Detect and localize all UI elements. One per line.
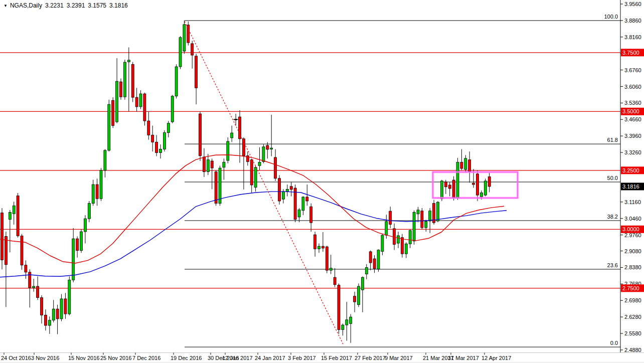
- candle-body-down: [211, 161, 213, 168]
- date-tick-label: 27 Feb 2017: [355, 355, 386, 361]
- quote-close: 3.1816: [109, 2, 128, 9]
- candle-body-down: [143, 94, 146, 121]
- price-tick-label: 2.9080: [624, 248, 641, 254]
- candle-body-up: [361, 277, 364, 290]
- price-tick-label: 3.6760: [624, 67, 641, 73]
- candle-body-down: [369, 252, 372, 263]
- candle-body-up: [350, 317, 352, 323]
- chart-window[interactable]: 0.023.638.250.061.8100.03.95603.88603.81…: [0, 0, 644, 364]
- candle-body-up: [68, 280, 71, 314]
- candle-body-down: [401, 238, 403, 254]
- candle-body-down: [151, 135, 154, 142]
- date-tick-label: 31 Mar 2017: [448, 355, 479, 361]
- candle-body-down: [203, 157, 205, 172]
- price-tick-label: 3.3260: [624, 149, 641, 155]
- price-tick-label: 3.6060: [624, 84, 641, 90]
- price-tick-label: 2.6280: [624, 314, 641, 320]
- candle-body-up: [405, 244, 407, 254]
- price-tick-label: 3.0460: [624, 216, 641, 222]
- candle-body-up: [60, 299, 63, 319]
- date-tick-label: 19 Dec 2016: [171, 355, 202, 361]
- price-tick-label: 3.3960: [624, 133, 641, 139]
- candle-body-up: [397, 236, 400, 243]
- candle-body-up: [48, 320, 51, 325]
- candle-body-up: [72, 239, 75, 280]
- price-level-badge-label: 3.7500: [622, 50, 639, 56]
- candle-body-up: [346, 320, 348, 325]
- candle-body-down: [56, 309, 59, 319]
- candle-body-up: [219, 168, 221, 204]
- price-level-badge-label: 3.0000: [622, 226, 639, 232]
- candle-body-down: [306, 197, 308, 201]
- candle-body-down: [147, 121, 150, 135]
- time-axis[interactable]: 24 Oct 20163 Nov 201615 Nov 201625 Nov 2…: [0, 353, 644, 362]
- candle-body-up: [108, 104, 110, 150]
- candle-body-up: [167, 123, 170, 133]
- date-tick-label: 7 Dec 2016: [132, 355, 160, 361]
- date-tick-label: 15 Nov 2016: [68, 355, 99, 361]
- candle-body-up: [179, 38, 182, 67]
- candle-body-down: [96, 185, 98, 199]
- candle-body-down: [131, 64, 134, 97]
- candle-body-up: [104, 150, 106, 170]
- candle-body-down: [5, 236, 7, 264]
- candle-body-up: [456, 162, 459, 198]
- candle-body-up: [417, 210, 419, 214]
- candle-body-down: [310, 207, 312, 223]
- candle-body-up: [385, 222, 388, 235]
- price-tick-label: 2.6980: [624, 297, 641, 303]
- candle-body-down: [250, 160, 253, 185]
- horizontal-level-lines[interactable]: [0, 53, 620, 288]
- candle-body-up: [330, 268, 332, 270]
- candle-body-down: [120, 82, 122, 97]
- candle-body-up: [223, 162, 225, 167]
- candle-body-down: [290, 187, 292, 190]
- candle-body-up: [429, 211, 431, 221]
- date-tick-label: 9 Mar 2017: [385, 355, 413, 361]
- candle-body-up: [92, 185, 94, 204]
- candle-body-down: [25, 265, 27, 272]
- candle-body-down: [421, 211, 423, 228]
- candle-body-down: [321, 246, 324, 248]
- candle-body-up: [358, 286, 360, 305]
- price-tick-label: 3.8160: [624, 34, 641, 40]
- candle-body-down: [41, 298, 43, 315]
- candle-body-down: [76, 239, 79, 251]
- price-tick-label: 3.4660: [624, 116, 641, 122]
- candle-body-up: [139, 94, 142, 107]
- candle-body-up: [9, 212, 11, 219]
- symbol-timeframe-label: NGAS,Daily: [10, 2, 42, 9]
- price-tick-label: 3.5360: [624, 100, 641, 106]
- candle-body-down: [326, 247, 328, 270]
- candlestick-series: [1, 21, 491, 343]
- candle-body-down: [112, 100, 114, 125]
- price-axis[interactable]: 3.95603.88603.81603.74603.67603.60603.53…: [620, 0, 644, 353]
- candle-body-up: [437, 202, 439, 221]
- price-chart-canvas[interactable]: 0.023.638.250.061.8100.03.95603.88603.81…: [0, 0, 644, 364]
- candle-body-up: [254, 167, 257, 188]
- candle-body-down: [294, 188, 296, 220]
- date-tick-label: 3 Nov 2016: [31, 355, 59, 361]
- candle-body-up: [52, 309, 55, 320]
- candle-body-up: [342, 325, 344, 329]
- candle-body-down: [338, 285, 340, 330]
- candle-body-up: [116, 81, 118, 122]
- quote-high: 3.2391: [67, 2, 85, 9]
- price-tick-label: 3.8860: [624, 18, 641, 24]
- candle-body-up: [425, 221, 427, 228]
- fib-label-100.0: 100.0: [604, 14, 618, 20]
- date-tick-label: 12 Jan 2017: [222, 355, 253, 361]
- candle-body-up: [227, 141, 229, 160]
- candle-body-down: [278, 178, 281, 201]
- price-level-badge-label: 3.1816: [622, 184, 639, 190]
- descending-trendline[interactable]: [185, 22, 343, 344]
- chart-dropdown-triangle-icon[interactable]: ▼: [4, 4, 8, 8]
- candle-body-up: [413, 212, 415, 241]
- candle-body-up: [409, 231, 411, 244]
- fibonacci-retracement[interactable]: 0.023.638.250.061.8100.0: [185, 14, 620, 347]
- candle-body-up: [88, 204, 90, 219]
- candle-body-down: [64, 299, 67, 314]
- candle-body-down: [17, 196, 19, 236]
- candle-body-up: [127, 60, 130, 62]
- candle-body-up: [286, 189, 288, 192]
